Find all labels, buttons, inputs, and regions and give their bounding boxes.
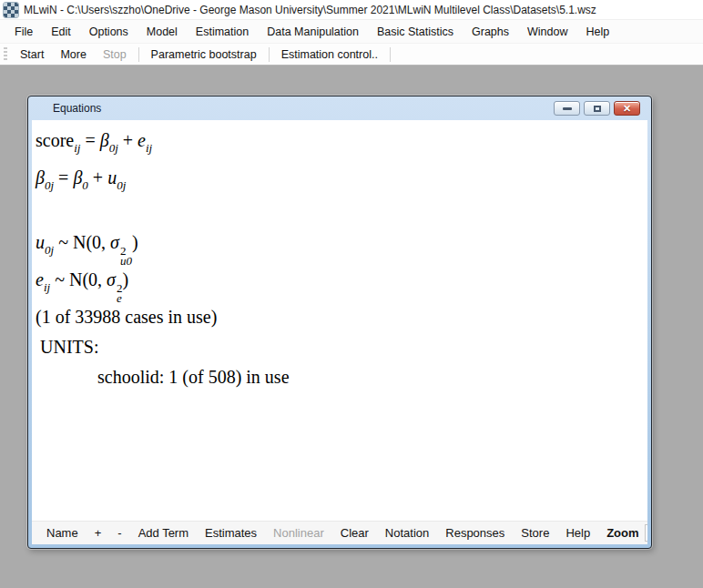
cases-in-use-line: (1 of 33988 cases in use) bbox=[36, 302, 644, 332]
equation-model-level1: scoreij = β0j + eij bbox=[36, 126, 644, 163]
footer-button-minus[interactable]: - bbox=[110, 524, 128, 542]
equations-body: scoreij = β0j + eijβ0j = β0 + u0ju0j ~ N… bbox=[32, 120, 647, 544]
toolbar-separator bbox=[390, 47, 391, 62]
mlwin-app-icon bbox=[4, 3, 18, 17]
equation-dist-u: u0j ~ N(0, σ2u0) bbox=[36, 228, 644, 265]
toolbar-separator bbox=[269, 47, 270, 62]
equations-window: Equations ✕ scoreij = β0j + eijβ0j = β0 … bbox=[27, 96, 652, 549]
toolbar-button-start[interactable]: Start bbox=[12, 46, 52, 64]
footer-button-store[interactable]: Store bbox=[514, 524, 556, 542]
footer-button-add-term[interactable]: Add Term bbox=[131, 524, 196, 542]
menu-item-estimation[interactable]: Estimation bbox=[187, 22, 258, 42]
menu-item-window[interactable]: Window bbox=[518, 22, 576, 42]
menu-item-basic-statistics[interactable]: Basic Statistics bbox=[368, 22, 463, 42]
toolbar-separator bbox=[138, 47, 139, 62]
toolbar-button-stop: Stop bbox=[95, 46, 135, 64]
zoom-combobox[interactable]: 100 bbox=[645, 524, 647, 542]
equation-area: scoreij = β0j + eijβ0j = β0 + u0ju0j ~ N… bbox=[32, 120, 647, 521]
footer-button-notation[interactable]: Notation bbox=[378, 524, 436, 542]
equation-dist-e: eij ~ N(0, σ2e) bbox=[36, 265, 644, 302]
main-window-title: MLwiN - C:\Users\szzho\OneDrive - George… bbox=[24, 4, 596, 16]
equation-spacer bbox=[36, 200, 644, 228]
restore-button[interactable] bbox=[584, 101, 610, 116]
toolbar-grip-handle[interactable] bbox=[4, 47, 7, 62]
sigma-sup-sub: 2u0 bbox=[120, 245, 132, 265]
footer-button-clear[interactable]: Clear bbox=[333, 524, 376, 542]
units-detail: schoolid: 1 (of 508) in use bbox=[36, 362, 644, 392]
close-button[interactable]: ✕ bbox=[614, 101, 640, 116]
toolbar-items: StartMoreStopParametric bootstrapEstimat… bbox=[12, 46, 394, 64]
menu-item-graphs[interactable]: Graphs bbox=[463, 22, 518, 42]
equations-titlebar[interactable]: Equations ✕ bbox=[28, 96, 651, 120]
toolbar-button-parametric-bootstrap[interactable]: Parametric bootstrap bbox=[143, 46, 265, 64]
equations-window-controls: ✕ bbox=[554, 101, 640, 116]
mdi-client-area: Equations ✕ scoreij = β0j + eijβ0j = β0 … bbox=[0, 66, 703, 588]
menu-item-options[interactable]: Options bbox=[80, 22, 138, 42]
footer-button-name[interactable]: Name bbox=[39, 524, 86, 542]
restore-icon bbox=[594, 106, 601, 112]
main-titlebar: MLwiN - C:\Users\szzho\OneDrive - George… bbox=[0, 0, 703, 20]
zoom-label: Zoom bbox=[599, 524, 642, 542]
menu-item-edit[interactable]: Edit bbox=[42, 22, 80, 42]
minimize-button[interactable] bbox=[554, 101, 580, 116]
menu-item-data-manipulation[interactable]: Data Manipulation bbox=[258, 22, 368, 42]
footer-button-help[interactable]: Help bbox=[558, 524, 597, 542]
footer-buttons: Name+-Add TermEstimatesNonlinearClearNot… bbox=[39, 524, 597, 542]
equation-model-level2: β0j = β0 + u0j bbox=[36, 163, 644, 200]
equations-footer-toolbar: Name+-Add TermEstimatesNonlinearClearNot… bbox=[32, 521, 647, 544]
footer-button-estimates[interactable]: Estimates bbox=[198, 524, 264, 542]
footer-button-responses[interactable]: Responses bbox=[438, 524, 512, 542]
menu-bar: FileEditOptionsModelEstimationData Manip… bbox=[0, 20, 703, 44]
units-heading: UNITS: bbox=[36, 332, 644, 362]
menu-item-model[interactable]: Model bbox=[138, 22, 187, 42]
close-icon: ✕ bbox=[623, 104, 631, 114]
menu-item-help[interactable]: Help bbox=[577, 22, 619, 42]
menu-item-file[interactable]: File bbox=[5, 22, 42, 42]
footer-button-nonlinear: Nonlinear bbox=[266, 524, 331, 542]
minimize-icon bbox=[563, 107, 572, 110]
estimation-toolbar: StartMoreStopParametric bootstrapEstimat… bbox=[0, 44, 703, 66]
equations-window-title: Equations bbox=[53, 102, 101, 115]
toolbar-button-estimation-control[interactable]: Estimation control.. bbox=[273, 46, 386, 64]
toolbar-button-more[interactable]: More bbox=[52, 46, 94, 64]
footer-button-plus[interactable]: + bbox=[87, 524, 109, 542]
